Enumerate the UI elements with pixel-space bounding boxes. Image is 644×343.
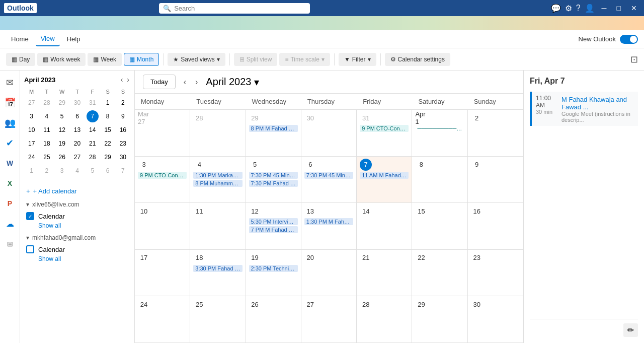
cal-day-num-26[interactable]: 26 — [249, 298, 261, 310]
cal-day-num-11[interactable]: 11 — [193, 205, 205, 217]
help-icon[interactable]: ? — [576, 4, 581, 13]
calendar-xlive-check[interactable]: ✓ — [26, 212, 34, 220]
mini-day-28-3[interactable]: 28 — [41, 97, 53, 109]
menu-home[interactable]: Home — [6, 32, 34, 46]
day-view-button[interactable]: ▦ Day — [6, 53, 35, 66]
excel-icon[interactable]: X — [2, 175, 18, 191]
settings-icon[interactable]: ⚙ — [565, 4, 572, 13]
mini-day-1-5[interactable]: 1 — [26, 165, 38, 177]
cal-day-num-16[interactable]: 16 — [471, 205, 483, 217]
people-icon[interactable]: 👥 — [2, 115, 18, 131]
event-apr12-mfahad[interactable]: 7 PM M Fahad Kha... — [249, 226, 298, 233]
event-apr19-technical[interactable]: 2:30 PM Technical In... — [249, 265, 298, 272]
cal-day-num-6[interactable]: 6 — [304, 159, 316, 171]
mini-day-29[interactable]: 29 — [102, 151, 114, 163]
mini-day-4-5[interactable]: 4 — [71, 165, 83, 177]
mini-day-6[interactable]: 6 — [71, 110, 83, 122]
filter-button[interactable]: ▼ Filter ▾ — [339, 53, 376, 66]
cal-day-num-28-3[interactable]: 28 — [193, 112, 205, 124]
cal-day-num-28[interactable]: 28 — [360, 298, 372, 310]
maximize-button[interactable]: □ — [614, 3, 624, 13]
cal-day-num-4[interactable]: 4 — [193, 159, 205, 171]
mini-day-17[interactable]: 17 — [26, 138, 38, 150]
cal-day-num-5[interactable]: 5 — [249, 159, 261, 171]
cal-day-num-27[interactable]: 27 — [304, 298, 316, 310]
cal-day-num-18[interactable]: 18 — [193, 252, 205, 264]
cal-day-num-3[interactable]: 3 — [138, 159, 150, 171]
compose-button[interactable]: ✏ — [623, 323, 638, 337]
mini-day-15[interactable]: 15 — [102, 124, 114, 136]
mini-day-29-3[interactable]: 29 — [56, 97, 68, 109]
calendar-next-button[interactable]: › — [191, 76, 202, 89]
mini-cal-title[interactable]: April 2023 — [24, 76, 55, 84]
calendar-prev-button[interactable]: ‹ — [180, 76, 190, 89]
mini-day-13[interactable]: 13 — [71, 124, 83, 136]
mini-day-3[interactable]: 3 — [26, 110, 38, 122]
cal-day-num-mar27[interactable]: Mar 27 — [138, 112, 150, 124]
mini-day-26[interactable]: 26 — [56, 151, 68, 163]
event-apr1-ctocon[interactable]: ───────────────── — [415, 125, 464, 132]
event-apr7-mfahad[interactable]: 11 AM M Fahad Kh... — [360, 172, 409, 179]
cal-day-num-21[interactable]: 21 — [360, 252, 372, 264]
show-all-gmail[interactable]: Show all — [38, 254, 128, 263]
event-apr13-mfahad[interactable]: 1:30 PM M Fahad K... — [304, 218, 353, 225]
add-calendar-button[interactable]: + + Add calendar — [26, 185, 128, 197]
word-icon[interactable]: W — [2, 155, 18, 171]
mini-day-20[interactable]: 20 — [71, 138, 83, 150]
mini-day-25[interactable]: 25 — [41, 151, 53, 163]
calendar-icon-nav[interactable]: 📅 — [2, 95, 18, 111]
menu-help[interactable]: Help — [62, 32, 86, 46]
cal-day-num-apr1[interactable]: Apr 1 — [415, 112, 427, 124]
account-icon[interactable]: 👤 — [585, 4, 595, 13]
mini-day-10[interactable]: 10 — [26, 124, 38, 136]
onedrive-icon[interactable]: ☁ — [2, 216, 18, 232]
search-input[interactable] — [174, 5, 306, 12]
cal-day-num-23[interactable]: 23 — [471, 252, 483, 264]
search-box[interactable]: 🔍 — [159, 3, 310, 14]
event-mar29-1[interactable]: 8 PM M Fahad Kha... — [249, 125, 298, 132]
event-apr12-interview[interactable]: 5:30 PM Interview F... — [249, 218, 298, 225]
mini-day-30[interactable]: 30 — [117, 151, 129, 163]
cal-day-num-13[interactable]: 13 — [304, 205, 316, 217]
mini-day-3-5[interactable]: 3 — [56, 165, 68, 177]
mini-day-1[interactable]: 1 — [102, 97, 114, 109]
cal-day-num-30[interactable]: 30 — [471, 298, 483, 310]
cal-day-num-30-3[interactable]: 30 — [304, 112, 316, 124]
feedback-icon[interactable]: 💬 — [551, 4, 561, 13]
time-scale-button[interactable]: ≡ Time scale ▾ — [279, 53, 330, 66]
mini-day-16[interactable]: 16 — [117, 124, 129, 136]
cal-day-num-31-3[interactable]: 31 — [360, 112, 372, 124]
apps-icon[interactable]: ⊞ — [2, 236, 18, 252]
event-apr18-fahad[interactable]: 3:30 PM Fahad Kha... — [193, 265, 242, 272]
mini-day-21[interactable]: 21 — [87, 138, 99, 150]
account-xlive-header[interactable]: ▾ xlive65@live.com — [26, 201, 128, 208]
cal-day-num-9[interactable]: 9 — [471, 159, 483, 171]
mini-day-11[interactable]: 11 — [41, 124, 53, 136]
mail-icon[interactable]: ✉ — [2, 75, 18, 91]
mini-day-5-5[interactable]: 5 — [87, 165, 99, 177]
powerpoint-icon[interactable]: P — [2, 195, 18, 212]
expand-sidebar-button[interactable]: ⊡ — [630, 54, 638, 65]
workweek-view-button[interactable]: ▦ Work week — [37, 53, 86, 66]
mini-day-23[interactable]: 23 — [117, 138, 129, 150]
event-apr4-muhammad[interactable]: 8 PM Muhammad F... — [193, 180, 242, 187]
cal-day-num-19[interactable]: 19 — [249, 252, 261, 264]
mini-day-14[interactable]: 14 — [87, 124, 99, 136]
calendar-settings-button[interactable]: ⚙ Calendar settings — [385, 53, 450, 66]
month-view-button[interactable]: ▦ Month — [124, 53, 159, 66]
mini-day-22[interactable]: 22 — [102, 138, 114, 150]
mini-day-19[interactable]: 19 — [56, 138, 68, 150]
close-button[interactable]: ✕ — [628, 3, 640, 13]
mini-day-18[interactable]: 18 — [41, 138, 53, 150]
cal-day-num-25[interactable]: 25 — [193, 298, 205, 310]
mini-day-7-today[interactable]: 7 — [87, 110, 99, 122]
mini-day-30-3[interactable]: 30 — [71, 97, 83, 109]
tasks-icon[interactable]: ✔ — [2, 135, 18, 151]
menu-view[interactable]: View — [36, 32, 60, 46]
event-apr5-45min[interactable]: 7:30 PM 45 Min Me... — [249, 172, 298, 179]
calendar-gmail-check[interactable] — [26, 245, 34, 253]
cal-day-num-29-3[interactable]: 29 — [249, 112, 261, 124]
show-all-xlive[interactable]: Show all — [38, 221, 128, 230]
cal-day-num-17[interactable]: 17 — [138, 252, 150, 264]
cal-day-num-20[interactable]: 20 — [304, 252, 316, 264]
